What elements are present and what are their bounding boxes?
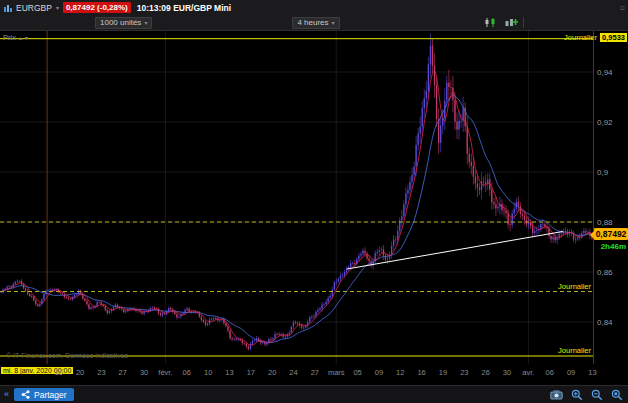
time-axis-label: avr.	[522, 368, 534, 377]
daily-level-label: Journalier	[558, 282, 591, 291]
daily-level-label: Journalier	[558, 346, 591, 355]
price-axis-label: 0,84	[597, 318, 613, 327]
time-axis-label: mars	[328, 368, 345, 377]
timeframe-dropdown[interactable]: 4 heures ▾	[292, 17, 339, 29]
collapse-panel-icon[interactable]: «	[4, 390, 9, 399]
level-name: Journalier	[558, 346, 591, 355]
share-button[interactable]: Partager	[14, 388, 74, 401]
time-axis-label: 09	[567, 368, 575, 377]
time-axis-label: 30	[503, 368, 511, 377]
session-info: 10:13:09 EUR/GBP Mini	[137, 3, 231, 13]
share-icon	[21, 390, 30, 399]
zoom-reset-icon[interactable]	[609, 388, 624, 401]
chevron-down-icon[interactable]: ▾	[56, 5, 59, 11]
level-value-badge: 0,9533	[600, 33, 627, 42]
time-axis-label: 24	[289, 368, 297, 377]
price-chart-canvas[interactable]	[0, 31, 593, 364]
time-axis-label: 19	[439, 368, 447, 377]
time-axis-label: 20	[76, 368, 84, 377]
time-axis-label: févr.	[158, 368, 172, 377]
trading-platform-window: EURGBP ▾ 0,87492 (-0,28%) 10:13:09 EUR/G…	[0, 0, 628, 403]
panel-title: Prix	[3, 33, 16, 42]
time-axis-label: 26	[481, 368, 489, 377]
price-panel-label: Prix ▴ ▾	[3, 33, 28, 42]
toolbar-divider	[523, 17, 524, 28]
timeframe-value: 4 heures	[297, 18, 328, 27]
time-axis-label: 09	[375, 368, 383, 377]
snapshot-camera-icon[interactable]	[549, 388, 564, 401]
level-name: Journalier	[564, 33, 597, 42]
time-axis-label: 27	[119, 368, 127, 377]
time-axis-label: 13	[588, 368, 596, 377]
zoom-out-icon[interactable]	[589, 388, 604, 401]
title-bar: EURGBP ▾ 0,87492 (-0,28%) 10:13:09 EUR/G…	[0, 0, 628, 15]
level-name: Journalier	[558, 282, 591, 291]
zoom-controls	[549, 388, 624, 401]
price-axis-label: 0,92	[597, 118, 613, 127]
price-axis-label: 0,94	[597, 68, 613, 77]
chevron-down-icon: ▾	[332, 20, 335, 26]
daily-level-label: Journalier0,9533	[564, 33, 627, 42]
indicators-icon[interactable]	[483, 16, 499, 29]
price-axis-label: 0,9	[597, 168, 608, 177]
share-label: Partager	[34, 390, 67, 400]
instrument-label[interactable]: EURGBP	[16, 3, 52, 13]
time-axis-label: 12	[396, 368, 404, 377]
current-price-marker: 0,87492	[594, 228, 628, 240]
time-axis[interactable]: mi. 8 janv. 2020 00:001620232730févr.061…	[0, 364, 626, 382]
chart-toolbar: 1000 unités ▾ 4 heures ▾	[0, 15, 628, 31]
time-axis-label: 16	[417, 368, 425, 377]
time-axis-label: 23	[97, 368, 105, 377]
time-axis-label: 20	[268, 368, 276, 377]
time-axis-label: 16	[55, 368, 63, 377]
quantity-value: 1000 unités	[100, 18, 141, 27]
zoom-in-icon[interactable]	[569, 388, 584, 401]
time-axis-label: 10	[204, 368, 212, 377]
chevron-down-icon: ▾	[144, 20, 147, 26]
time-axis-label: 27	[311, 368, 319, 377]
time-axis-label: 17	[247, 368, 255, 377]
chevron-up-icon[interactable]: ▴	[19, 34, 22, 41]
add-chart-icon[interactable]	[503, 16, 519, 29]
time-axis-label: 13	[225, 368, 233, 377]
chevron-down-icon[interactable]: ▾	[25, 34, 28, 41]
candle-countdown: 2h46m	[601, 242, 626, 251]
data-provider-watermark: © IT-Finance.com, Données indicatives	[6, 352, 128, 359]
time-axis-label: 23	[460, 368, 468, 377]
price-axis-label: 0,88	[597, 218, 613, 227]
status-bar: « Partager	[0, 385, 628, 403]
price-axis-label: 0,86	[597, 268, 613, 277]
time-axis-label: 06	[546, 368, 554, 377]
time-axis-label: 30	[140, 368, 148, 377]
toolbar-icon-group	[483, 16, 524, 29]
time-axis-label: 06	[183, 368, 191, 377]
quantity-dropdown[interactable]: 1000 unités ▾	[95, 17, 152, 29]
price-change-badge[interactable]: 0,87492 (-0,28%)	[63, 2, 131, 13]
chart-area: Prix ▴ ▾ © IT-Finance.com, Données indic…	[0, 31, 628, 385]
window-menu-icon[interactable]: ≡	[620, 3, 625, 13]
price-axis[interactable]: 0,87492 2h46m 0,840,860,880,90,920,94	[593, 31, 628, 364]
time-axis-label: 05	[353, 368, 361, 377]
